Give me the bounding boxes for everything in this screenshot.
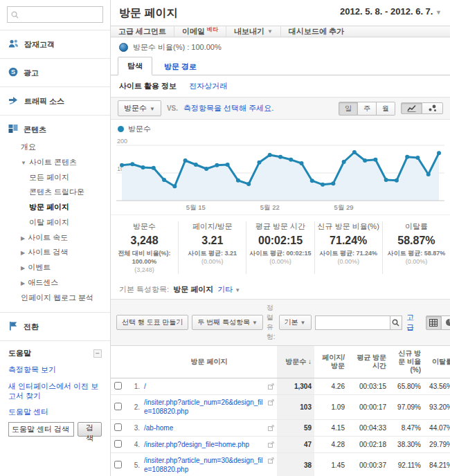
advanced-segments-button[interactable]: 고급 세그먼트	[111, 26, 174, 37]
external-link-icon[interactable]	[268, 399, 274, 407]
table-search-button[interactable]	[390, 315, 403, 330]
sidebar-subitem[interactable]: 개요	[0, 140, 110, 155]
row-checkbox[interactable]	[114, 382, 122, 390]
row-checkbox[interactable]	[114, 440, 122, 448]
tab-explorer[interactable]: 탐색	[118, 57, 152, 75]
metric-dropdown[interactable]: 방문수▼	[118, 100, 161, 116]
landing-page-link[interactable]: /insiter.php?design_file=home.php	[144, 441, 266, 450]
subnav-site-usage[interactable]: 사이트 활용 정보	[119, 81, 177, 91]
help-center-link[interactable]: 도움말 센터	[8, 407, 102, 416]
sidebar-subitem[interactable]: ▶사이트 속도	[0, 230, 110, 246]
landing-page-link[interactable]: /insiter.php?article_num=30&design_file=…	[144, 457, 266, 474]
table-row[interactable]: 5./insiter.php?article_num=30&design_fil…	[111, 453, 450, 476]
email-button[interactable]: 이메일베타	[174, 26, 226, 37]
secondary-dimension-dropdown[interactable]: 두 번째 특성항목▼	[192, 315, 262, 330]
subnav-ecommerce[interactable]: 전자상거래	[189, 81, 227, 91]
sidebar-subitem[interactable]: ▼사이트 콘텐츠	[0, 155, 110, 170]
percentage-view-button[interactable]	[442, 315, 450, 330]
sidebar-subitem[interactable]: 모든 페이지	[0, 170, 110, 185]
col-avg-time[interactable]: 평균 방문 시간	[348, 346, 389, 378]
search-icon	[11, 11, 19, 19]
row-checkbox[interactable]	[114, 461, 122, 468]
sidebar-item-2[interactable]: 트래픽 소스	[0, 91, 110, 111]
sidebar-item-4[interactable]: 전환	[0, 317, 110, 336]
sidebar-subitem[interactable]: ▶사이트 검색	[0, 245, 110, 260]
report-tabs: 탐색 방문 경로	[111, 57, 450, 75]
vs-label: VS.	[167, 104, 178, 112]
stat-label[interactable]: 페이지/방문	[180, 221, 244, 232]
dimension-other-dropdown[interactable]: 기타 ▼	[217, 284, 240, 295]
external-link-icon[interactable]	[268, 441, 274, 449]
help-search-button[interactable]: 검색	[78, 422, 102, 437]
col-visits[interactable]: 방문수 ↓	[277, 346, 314, 378]
stat-visits: 방문수 3,248 전체 대비 비율(%): 100.00%(3,248)	[111, 221, 178, 274]
external-link-icon[interactable]	[268, 457, 274, 465]
sort-type-dropdown[interactable]: 기본▼	[279, 315, 312, 330]
stat-label[interactable]: 이탈률	[384, 221, 449, 232]
landing-page-link[interactable]: /	[144, 383, 266, 392]
motion-chart-button[interactable]	[422, 102, 443, 114]
sidebar-item-1[interactable]: S광고	[0, 63, 110, 82]
visits-line-chart[interactable]: 2001005월 155월 225월 29	[116, 136, 444, 214]
row-checkbox[interactable]	[114, 423, 122, 431]
sidebar-item-3[interactable]: 콘텐츠	[0, 120, 110, 139]
landing-page-link[interactable]: /insiter.php?article_num=26&design_file=…	[144, 399, 266, 416]
line-chart-svg[interactable]: 2001005월 155월 225월 29	[116, 136, 444, 213]
legend-label: 방문수	[128, 124, 151, 134]
stat-label[interactable]: 신규 방문 비율(%)	[316, 221, 381, 232]
help-link-metrics[interactable]: 측정항목 보기	[8, 365, 102, 374]
dimension-landing-page[interactable]: 방문 페이지	[173, 284, 213, 295]
table-row[interactable]: 4./insiter.php?design_file=home.php474.2…	[111, 437, 450, 453]
advanced-search-link[interactable]: 고급	[406, 312, 418, 333]
stat-value: 3,248	[112, 235, 177, 247]
col-pages-per-visit[interactable]: 페이지/방문	[314, 346, 348, 378]
select-metric-link[interactable]: 측정항목을 선택해 주세요.	[183, 103, 273, 113]
col-landing-page[interactable]: 방문 페이지	[141, 346, 277, 378]
row-checkbox[interactable]	[114, 403, 122, 410]
stat-label[interactable]: 평균 방문 시간	[248, 221, 312, 232]
sidebar-subitem[interactable]: 이탈 페이지	[0, 215, 110, 230]
help-collapse-toggle[interactable]: −	[93, 349, 102, 358]
sidebar-subitem[interactable]: ▶애드센스	[0, 275, 110, 291]
analytics-app: 잠재고객S광고트래픽 소스콘텐츠개요▼사이트 콘텐츠모든 페이지콘텐츠 드릴다운…	[0, 0, 450, 476]
plot-rows-button[interactable]: 선택 행 도표 만들기	[116, 315, 188, 330]
table-row[interactable]: 1./1,3044.2600:03:1565.80%43.56%	[111, 378, 450, 395]
summary-stats: 방문수 3,248 전체 대비 비율(%): 100.00%(3,248) 페이…	[111, 214, 450, 279]
segment-icon	[119, 43, 128, 52]
granularity-2-button[interactable]: 월	[377, 102, 395, 116]
landing-page-link[interactable]: /ab-home	[144, 424, 266, 433]
table-search-input[interactable]	[315, 315, 390, 330]
sidebar-search-input[interactable]	[21, 10, 99, 19]
date-range-selector[interactable]: 2012. 5. 8. - 2012. 6. 7. ▼	[340, 6, 442, 17]
sidebar-subitem[interactable]: 방문 페이지	[0, 200, 110, 215]
export-button[interactable]: 내보내기▼	[226, 26, 281, 37]
data-view-button[interactable]	[426, 315, 442, 330]
tab-entrance-paths[interactable]: 방문 경로	[155, 58, 206, 75]
sidebar-subitem[interactable]: ▶이벤트	[0, 260, 110, 275]
col-bounce-rate[interactable]: 이탈률	[424, 346, 450, 378]
help-search-input[interactable]	[8, 422, 74, 437]
cell-visits: 47	[277, 437, 314, 453]
add-to-dashboard-button[interactable]: 대시보드에 추가	[281, 26, 352, 37]
external-link-icon[interactable]	[268, 424, 274, 432]
stat-label[interactable]: 방문수	[112, 221, 177, 232]
line-chart-button[interactable]	[401, 102, 422, 114]
nav-group: 트래픽 소스	[0, 86, 110, 115]
external-link-icon[interactable]	[268, 383, 274, 391]
help-link-find-reports[interactable]: 새 인터페이스에서 이전 보고서 찾기	[8, 381, 102, 401]
cell-visits: 38	[277, 453, 314, 476]
row-index: 2.	[125, 395, 141, 420]
granularity-0-button[interactable]: 일	[339, 102, 358, 116]
table-row[interactable]: 2./insiter.php?article_num=26&design_fil…	[111, 395, 450, 420]
sidebar-search[interactable]	[7, 6, 103, 23]
help-box: 도움말 − 측정항목 보기 새 인터페이스에서 이전 보고서 찾기 도움말 센터…	[0, 340, 110, 443]
chevron-down-icon: ▼	[267, 28, 273, 35]
granularity-1-button[interactable]: 주	[358, 102, 377, 116]
advertising-icon: S	[8, 67, 18, 78]
sidebar-item-0[interactable]: 잠재고객	[0, 35, 110, 54]
sidebar-subitem[interactable]: 콘텐츠 드릴다운	[0, 185, 110, 200]
col-new-visit-pct[interactable]: 신규 방문 비율(%)	[389, 346, 424, 378]
sidebar-subitem[interactable]: 인페이지 웹로그 분석	[0, 291, 110, 306]
cell-new-visit-pct: 8.47%	[389, 420, 424, 437]
table-row[interactable]: 3./ab-home594.1500:04:338.47%44.07%	[111, 420, 450, 437]
